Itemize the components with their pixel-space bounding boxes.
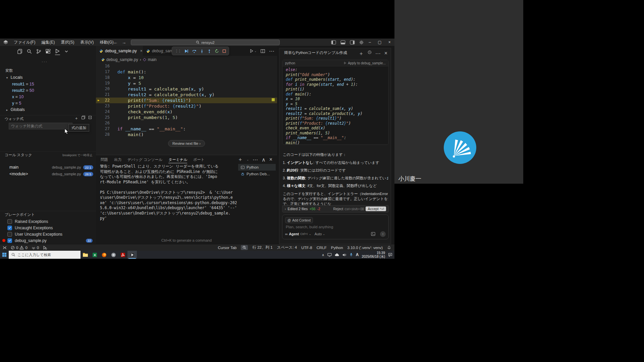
taskbar-app-explorer[interactable] (80, 251, 90, 259)
new-terminal-icon[interactable]: ＋ (237, 156, 243, 163)
settings-gear-icon[interactable] (359, 40, 364, 45)
variable-row[interactable]: result1 = 15 (0, 81, 96, 87)
taskbar-app-acrobat[interactable] (118, 251, 127, 259)
ports-indicator[interactable]: 0 (32, 246, 39, 250)
display-icon[interactable] (327, 253, 332, 257)
panel-tab[interactable]: 問題 (101, 156, 108, 163)
notifications-bell-icon[interactable] (387, 246, 391, 250)
variable-row[interactable]: result2 = 50 (0, 87, 96, 94)
step-out-icon[interactable] (207, 49, 211, 53)
stack-frame[interactable]: maindebug_sample.py22:1 (0, 164, 96, 171)
menu-item[interactable]: ファイル(F) (11, 39, 38, 46)
sidebar-more-icon[interactable]: ··· (42, 59, 48, 64)
microphone-icon[interactable] (350, 253, 353, 257)
ime-mode-indicator[interactable]: A (356, 252, 359, 257)
stack-frame[interactable]: <module>debug_sample.py28:5 (0, 171, 96, 177)
chevron-right-icon[interactable]: › (285, 207, 286, 211)
language-mode[interactable]: Python (331, 246, 343, 250)
taskbar-app-firefox[interactable] (99, 251, 109, 259)
split-editor-icon[interactable] (261, 49, 265, 53)
step-over-icon[interactable] (192, 49, 197, 53)
attach-image-icon[interactable] (371, 232, 375, 236)
panel-more-icon[interactable]: ⋯ (253, 157, 258, 163)
watch-collapse-all-icon[interactable] (88, 116, 92, 121)
breakpoint-row[interactable]: User Uncaught Exceptions (0, 231, 96, 237)
code-line-20[interactable]: 20 result1 = calculate_sum(x, y) (96, 86, 277, 92)
code-line-26[interactable]: 26 (96, 120, 277, 126)
toggle-panel-bottom-icon[interactable] (340, 40, 345, 45)
start-button[interactable] (0, 252, 9, 257)
breadcrumb-symbol[interactable]: main (148, 57, 157, 62)
terminal-dropdown-icon[interactable]: ⌄ (247, 158, 249, 161)
search-view-icon[interactable] (27, 49, 32, 55)
breakpoint-row[interactable]: Uncaught Exceptions (0, 225, 96, 231)
close-button[interactable]: × (385, 39, 394, 46)
globals-group[interactable]: ▸ Globals (0, 107, 96, 113)
menu-item[interactable]: 選択(S) (58, 39, 77, 46)
new-chat-icon[interactable]: ＋ (359, 50, 364, 57)
terminal-output[interactable]: 警告: PowerShell により、スクリーン リーダーを使用している可能性が… (100, 164, 237, 221)
volume-icon[interactable] (342, 253, 346, 257)
debug-toolbar[interactable]: ⋮⋮ (172, 47, 229, 55)
breakpoint-row[interactable]: debug_sample.py22 (0, 237, 96, 244)
code-line-21[interactable]: 21 result2 = calculate_product(x, y) (96, 92, 277, 98)
watch-copy-icon[interactable] (82, 116, 85, 121)
breakpoint-checkbox[interactable] (7, 226, 12, 230)
composer-placeholder[interactable]: Plan, search, build anything (286, 225, 333, 229)
panel-tab[interactable]: 出力 (114, 156, 121, 163)
menu-more-icon[interactable]: ··· (101, 39, 111, 46)
nav-back-icon[interactable]: ← (113, 40, 118, 45)
breadcrumb-file[interactable]: debug_sample.py (106, 57, 138, 62)
eol-sequence[interactable]: CRLF (317, 246, 327, 250)
history-icon[interactable] (368, 50, 372, 57)
watch-add-icon[interactable]: ＋ (74, 116, 79, 121)
taskbar-app-gray[interactable] (109, 251, 118, 259)
views-chevron-down-icon[interactable] (64, 49, 68, 54)
taskbar-app-excel[interactable]: X (90, 251, 99, 259)
debug-status-icon[interactable] (43, 246, 47, 250)
code-line-16[interactable]: 16 (96, 63, 277, 69)
menu-item[interactable]: 編集(E) (38, 39, 58, 46)
code-line-22[interactable]: ▶22 print(f"Sum: {result1}") (96, 98, 277, 103)
chat-composer[interactable]: @ Add Context Plan, search, build anythi… (282, 215, 389, 239)
restart-icon[interactable] (215, 49, 219, 53)
maximize-button[interactable]: ▢ (375, 39, 384, 46)
tab-debug-sample[interactable]: debug_sample.py × (96, 46, 143, 56)
problems-indicator[interactable]: 0 0 (11, 246, 28, 250)
stop-icon[interactable] (222, 49, 226, 53)
variable-row[interactable]: y = 5 (0, 100, 96, 107)
chat-close-icon[interactable]: × (384, 50, 387, 57)
code-line-19[interactable]: 19 y = 5 (96, 80, 277, 86)
command-center-search[interactable]: rensyu2 (131, 40, 280, 45)
run-debug-icon[interactable] (55, 49, 60, 55)
extensions-icon[interactable] (46, 49, 51, 55)
taskbar-app-cursor[interactable] (127, 251, 137, 259)
variable-row[interactable]: x = 10 (0, 94, 96, 100)
code-line-23[interactable]: 23 print(f"Product: {result2}") (96, 103, 277, 109)
nav-forward-icon[interactable]: → (122, 40, 126, 45)
panel-tab[interactable]: ターミナル (168, 156, 187, 163)
cursor-position[interactable]: 行 22、列 1 (252, 245, 272, 250)
tab-debug-sample-preview[interactable]: debug_sam... × (143, 46, 175, 56)
breakpoint-checkbox[interactable] (7, 219, 12, 224)
apply-button[interactable]: Apply to debug_sample... (344, 61, 386, 65)
panel-maximize-icon[interactable]: ∧ (262, 157, 266, 163)
edited-files-label[interactable]: Edited 2 files (288, 207, 308, 211)
taskbar-search[interactable]: ここに入力して検索 (9, 251, 80, 259)
breakpoint-row[interactable]: Raised Exceptions (0, 218, 96, 225)
drag-handle-icon[interactable]: ⋮⋮ (175, 49, 181, 53)
menu-item[interactable]: 表示(V) (77, 39, 97, 46)
breadcrumb[interactable]: debug_sample.py › main (101, 56, 157, 63)
code-line-18[interactable]: 18 x = 10 (96, 75, 277, 80)
tab-close-icon[interactable]: × (140, 49, 143, 53)
cloud-icon[interactable] (335, 253, 339, 256)
terminal-item-python-debug[interactable]: Python Deb... (238, 171, 276, 177)
send-button[interactable]: ↑ (380, 231, 386, 237)
indentation[interactable]: スペース: 4 (277, 245, 297, 250)
agent-mode-selector[interactable]: ∞ Agent Ctrl+I ⌄ (285, 232, 311, 236)
code-line-25[interactable]: 25 print_numbers(1, 5) (96, 115, 277, 120)
review-next-file-button[interactable]: Review next file › (168, 140, 205, 147)
source-control-icon[interactable] (36, 49, 41, 55)
chat-more-icon[interactable]: ⋯ (375, 50, 381, 57)
toggle-panel-right-icon[interactable] (350, 40, 355, 45)
